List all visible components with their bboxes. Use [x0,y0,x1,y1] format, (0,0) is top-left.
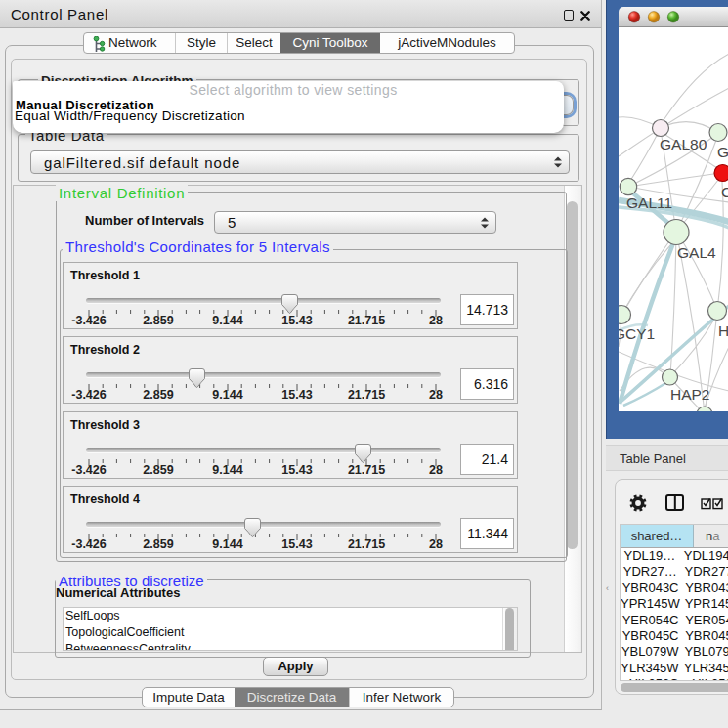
svg-text:GAL1: GAL1 [717,144,728,160]
svg-text:HAP2: HAP2 [670,386,710,403]
svg-text:GCY1: GCY1 [619,325,655,342]
svg-text:GAL80: GAL80 [660,136,707,152]
svg-text:C: C [721,184,728,200]
svg-text:GAL4: GAL4 [677,244,716,261]
svg-text:GAL11: GAL11 [626,194,672,211]
svg-text:HIS: HIS [718,322,728,339]
